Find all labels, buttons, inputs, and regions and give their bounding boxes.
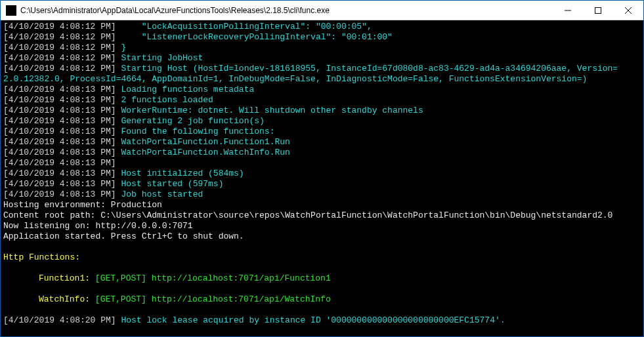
log-text: Host lock lease acquired by instance ID … (121, 315, 505, 325)
function-methods: [GET,POST] (95, 273, 152, 283)
blank-line (3, 242, 641, 252)
log-line: [4/10/2019 4:08:13 PM] Job host started (3, 189, 641, 200)
function-entry: Function1: [GET,POST] http://localhost:7… (3, 273, 641, 284)
log-line: [4/10/2019 4:08:12 PM] } (3, 43, 641, 53)
log-text: Now listening on: http://0.0.0.0:7071 (3, 221, 193, 231)
log-line: Content root path: C:\Users\Administrato… (3, 210, 641, 221)
timestamp: [4/10/2019 4:08:13 PM] (3, 148, 121, 157)
log-text: Host started (597ms) (121, 179, 223, 189)
timestamp: [4/10/2019 4:08:12 PM] (3, 32, 121, 42)
blank-line (3, 284, 641, 294)
log-line: [4/10/2019 4:08:13 PM] WatchPortalFuncti… (3, 137, 641, 148)
maximize-button[interactable] (583, 1, 613, 20)
log-line: Hosting environment: Production (3, 200, 641, 210)
app-icon (6, 5, 16, 16)
timestamp: [4/10/2019 4:08:12 PM] (3, 53, 121, 63)
svg-rect-1 (595, 7, 601, 13)
log-line: [4/10/2019 4:08:13 PM] Host initialized … (3, 168, 641, 179)
window-controls (553, 1, 643, 20)
function-url: http://localhost:7071/api/WatchInfo (152, 294, 331, 304)
log-line: [4/10/2019 4:08:13 PM] Host started (597… (3, 179, 641, 189)
function-methods: [GET,POST] (95, 294, 152, 304)
log-text: WatchPortalFunction.Function1.Run (121, 137, 290, 147)
minimize-button[interactable] (553, 1, 583, 20)
blank-line (3, 305, 641, 315)
blank-line (3, 263, 641, 273)
log-line: 2.0.12382.0, ProcessId=4664, AppDomainId… (3, 74, 641, 85)
log-text: Starting JobHost (121, 53, 203, 63)
close-button[interactable] (613, 1, 643, 20)
log-line: [4/10/2019 4:08:13 PM] WorkerRuntime: do… (3, 106, 641, 116)
log-text: WatchPortalFunction.WatchInfo.Run (121, 148, 290, 157)
log-text: WorkerRuntime: dotnet. Will shutdown oth… (121, 106, 423, 115)
log-text: "ListenerLockRecoveryPollingInterval": "… (121, 32, 392, 42)
log-line: [4/10/2019 4:08:13 PM] Generating 2 job … (3, 116, 641, 127)
timestamp: [4/10/2019 4:08:13 PM] (3, 189, 121, 199)
log-text: Loading functions metadata (121, 85, 254, 94)
log-line: [4/10/2019 4:08:12 PM] Starting JobHost (3, 53, 641, 64)
log-line: Application started. Press Ctrl+C to shu… (3, 231, 641, 242)
log-line: [4/10/2019 4:08:12 PM] Starting Host (Ho… (3, 64, 641, 74)
log-text: Content root path: C:\Users\Administrato… (3, 210, 612, 220)
log-text: Starting Host (HostId=londev-181618955, … (121, 64, 618, 73)
timestamp: [4/10/2019 4:08:13 PM] (3, 168, 121, 178)
log-text: 2 functions loaded (121, 95, 213, 105)
log-text: Job host started (121, 189, 203, 199)
function-entry: WatchInfo: [GET,POST] http://localhost:7… (3, 294, 641, 305)
function-url: http://localhost:7071/api/Function1 (152, 273, 331, 283)
log-text: Generating 2 job function(s) (121, 116, 264, 126)
log-line: [4/10/2019 4:08:13 PM] WatchPortalFuncti… (3, 148, 641, 158)
log-line: [4/10/2019 4:08:13 PM] (3, 158, 641, 168)
timestamp: [4/10/2019 4:08:13 PM] (3, 179, 121, 189)
terminal-output[interactable]: [4/10/2019 4:08:12 PM] "LockAcquisitionP… (1, 20, 643, 336)
log-line: [4/10/2019 4:08:13 PM] Found the followi… (3, 127, 641, 137)
timestamp: [4/10/2019 4:08:20 PM] (3, 315, 121, 325)
timestamp: [4/10/2019 4:08:12 PM] (3, 22, 121, 31)
function-name: Function1: (39, 273, 95, 283)
log-text: Host initialized (584ms) (121, 168, 244, 178)
timestamp: [4/10/2019 4:08:13 PM] (3, 106, 121, 115)
log-line: [4/10/2019 4:08:13 PM] 2 functions loade… (3, 95, 641, 106)
timestamp: [4/10/2019 4:08:13 PM] (3, 127, 121, 136)
log-text: Found the following functions: (121, 127, 274, 136)
log-text: 2.0.12382.0, ProcessId=4664, AppDomainId… (3, 74, 587, 84)
timestamp: [4/10/2019 4:08:12 PM] (3, 43, 121, 52)
log-text: } (121, 43, 126, 52)
timestamp: [4/10/2019 4:08:13 PM] (3, 158, 121, 168)
timestamp: [4/10/2019 4:08:13 PM] (3, 85, 121, 94)
function-name: WatchInfo: (39, 294, 95, 304)
log-text: Application started. Press Ctrl+C to shu… (3, 231, 244, 241)
timestamp: [4/10/2019 4:08:13 PM] (3, 95, 121, 105)
log-line: [4/10/2019 4:08:12 PM] "ListenerLockReco… (3, 32, 641, 43)
log-line: [4/10/2019 4:08:13 PM] Loading functions… (3, 85, 641, 95)
timestamp: [4/10/2019 4:08:13 PM] (3, 116, 121, 126)
log-line: Now listening on: http://0.0.0.0:7071 (3, 221, 641, 231)
log-line: [4/10/2019 4:08:20 PM] Host lock lease a… (3, 315, 641, 326)
timestamp: [4/10/2019 4:08:13 PM] (3, 137, 121, 147)
window-title: C:\Users\Administrator\AppData\Local\Azu… (20, 6, 553, 15)
log-line: [4/10/2019 4:08:12 PM] "LockAcquisitionP… (3, 22, 641, 32)
log-text: Hosting environment: Production (3, 200, 162, 210)
titlebar: C:\Users\Administrator\AppData\Local\Azu… (1, 1, 643, 20)
timestamp: [4/10/2019 4:08:12 PM] (3, 64, 121, 73)
log-text: "LockAcquisitionPollingInterval": "00:00… (121, 22, 372, 31)
http-functions-header: Http Functions: (3, 252, 641, 263)
